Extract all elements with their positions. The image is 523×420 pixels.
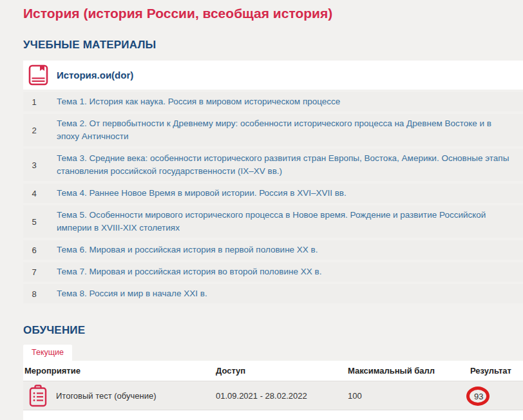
table-row: 2 Тема 2. От первобытности к Древнему ми… xyxy=(23,114,523,146)
table-row: 4 Тема 4. Раннее Новое Время в мировой и… xyxy=(23,184,523,203)
topic-number: 4 xyxy=(23,189,45,198)
column-header-result: Результат xyxy=(470,366,523,376)
table-row: 3 Тема 3. Средние века: особенности исто… xyxy=(23,149,523,181)
table-row: 8 Тема 8. Россия и мир в начале XXI в. xyxy=(23,284,523,303)
course-page: История (история России, всеобщая истори… xyxy=(0,0,523,420)
topic-link-1[interactable]: Тема 1. История как наука. Россия в миро… xyxy=(57,95,340,108)
clipboard-icon xyxy=(29,385,47,407)
table-row: 7 Тема 7. Мировая и российская история в… xyxy=(23,262,523,282)
materials-table: История.ои(dor) 1 Тема 1. История как на… xyxy=(23,61,523,303)
table-row: 5 Тема 5. Особенности мирового историчес… xyxy=(23,205,523,238)
result-annotation-circle: 93 xyxy=(466,387,490,406)
event-cell: Итоговый тест (обучение) xyxy=(23,385,216,407)
topic-link-3[interactable]: Тема 3. Средние века: особенности истори… xyxy=(57,152,515,178)
table-row: Итоговый тест (обучение) 01.09.2021 - 28… xyxy=(23,381,523,410)
topic-number: 5 xyxy=(23,217,45,227)
result-value: 93 xyxy=(474,392,483,401)
topic-link-8[interactable]: Тема 8. Россия и мир в начале XXI в. xyxy=(57,287,207,300)
column-header-max-score: Максимальный балл xyxy=(348,366,470,376)
course-name: История.ои(dor) xyxy=(57,70,133,81)
tab-current[interactable]: Текущие xyxy=(23,345,72,361)
column-header-access: Доступ xyxy=(216,366,348,376)
page-title: История (история России, всеобщая истори… xyxy=(23,0,523,21)
topic-number: 6 xyxy=(23,245,45,255)
training-table-header: Мероприятие Доступ Максимальный балл Рез… xyxy=(23,361,523,381)
topic-link-4[interactable]: Тема 4. Раннее Новое Время в мировой ист… xyxy=(57,187,347,200)
table-row: 6 Тема 6. Мировая и российская история в… xyxy=(23,240,523,260)
event-link[interactable]: Итоговый тест (обучение) xyxy=(56,391,157,401)
training-table: Мероприятие Доступ Максимальный балл Рез… xyxy=(23,361,523,420)
topic-number: 2 xyxy=(23,126,45,135)
column-header-event: Мероприятие xyxy=(23,366,216,376)
course-header-row[interactable]: История.ои(dor) xyxy=(23,61,523,90)
topic-number: 8 xyxy=(23,289,45,299)
book-icon xyxy=(28,64,48,86)
table-row: 1 Тема 1. История как наука. Россия в ми… xyxy=(23,92,523,111)
topic-link-7[interactable]: Тема 7. Мировая и российская история во … xyxy=(57,265,321,278)
topic-link-5[interactable]: Тема 5. Особенности мирового историческо… xyxy=(57,209,515,234)
topic-link-6[interactable]: Тема 6. Мировая и российская история в п… xyxy=(57,243,318,256)
max-score-value: 100 xyxy=(348,391,470,401)
access-dates: 01.09.2021 - 28.02.2022 xyxy=(216,391,348,401)
topic-number: 1 xyxy=(23,97,45,107)
training-section-heading: ОБУЧЕНИЕ xyxy=(23,324,523,337)
topic-number: 3 xyxy=(23,160,45,170)
training-tabs: Текущие xyxy=(23,345,523,361)
topic-number: 7 xyxy=(23,267,45,277)
materials-section-heading: УЧЕБНЫЕ МАТЕРИАЛЫ xyxy=(23,39,523,52)
topic-link-2[interactable]: Тема 2. От первобытности к Древнему миру… xyxy=(57,117,515,143)
